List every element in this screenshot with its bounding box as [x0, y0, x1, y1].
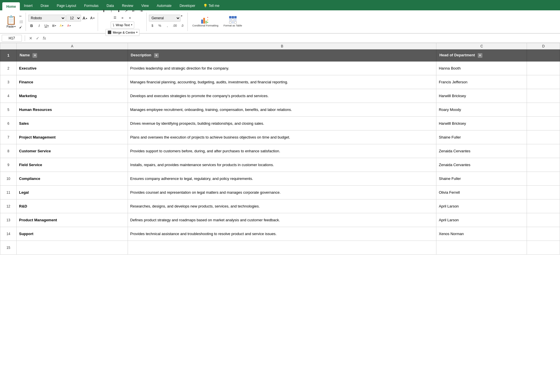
increase-font-button[interactable]: A▲	[82, 15, 89, 21]
wrap-text-button[interactable]: ⤵ Wrap Text ▾	[111, 22, 134, 28]
description-cell[interactable]: Drives revenue by identifying prospects,…	[128, 117, 436, 130]
head-cell[interactable]: April Larson	[436, 199, 527, 213]
formula-cancel-icon[interactable]: ✕	[28, 35, 34, 41]
cell-reference-box[interactable]: H17	[2, 35, 22, 42]
description-cell[interactable]: Researches, designs, and develops new pr…	[128, 199, 436, 213]
align-bottom-button[interactable]: ⬇	[115, 8, 122, 14]
cut-button[interactable]: ✂	[18, 14, 24, 19]
font-color-button[interactable]: A ▾	[66, 22, 72, 29]
name-cell[interactable]: Project Management	[17, 130, 128, 144]
head-cell[interactable]: Hanna Booth	[436, 62, 527, 75]
description-cell[interactable]: Installs, repairs, and provides maintena…	[128, 158, 436, 172]
underline-button[interactable]: U ▾	[43, 22, 50, 29]
head-cell[interactable]: Xenos Norman	[436, 227, 527, 241]
header-name-cell[interactable]: Name ▾	[17, 49, 128, 62]
description-cell[interactable]: Provides technical assistance and troubl…	[128, 227, 436, 241]
hod-filter-arrow[interactable]: ▾	[478, 53, 482, 58]
description-cell[interactable]	[128, 241, 436, 255]
copy-button[interactable]: ⬜	[18, 19, 24, 24]
col-header-C[interactable]: C	[436, 43, 527, 49]
align-center-button[interactable]: ≡	[119, 15, 126, 21]
name-cell[interactable]: Sales	[17, 117, 128, 130]
col-header-D[interactable]: D	[527, 43, 560, 49]
tab-home[interactable]: Home	[2, 2, 20, 10]
header-description-cell[interactable]: Description ▾	[128, 49, 436, 62]
percent-button[interactable]: %	[156, 22, 163, 29]
align-left-button[interactable]: ☰	[112, 15, 118, 21]
head-cell[interactable]: April Larson	[436, 213, 527, 227]
indent-increase-button[interactable]: ⇥	[138, 8, 145, 14]
description-cell[interactable]: Provides leadership and strategic direct…	[128, 62, 436, 75]
tab-developer[interactable]: Developer	[176, 1, 200, 10]
bold-button[interactable]: B	[28, 22, 35, 29]
name-cell[interactable]: Field Service	[17, 158, 128, 172]
italic-button[interactable]: I	[36, 22, 43, 29]
align-top-button[interactable]: ⬆	[100, 8, 107, 14]
tab-draw[interactable]: Draw	[37, 1, 53, 10]
decrease-font-button[interactable]: A▼	[89, 15, 96, 21]
head-cell[interactable]: Olivia Ferrell	[436, 186, 527, 199]
head-cell[interactable]: Harwilll Bricksey	[436, 117, 527, 130]
description-cell[interactable]: Ensures company adherence to legal, regu…	[128, 172, 436, 186]
col-header-B[interactable]: B	[128, 43, 436, 49]
head-cell[interactable]: Shaine Fuller	[436, 172, 527, 186]
name-cell[interactable]: Customer Service	[17, 144, 128, 158]
table-row: 9Field ServiceInstalls, repairs, and pro…	[0, 158, 560, 172]
text-angle-button[interactable]: ↗	[123, 8, 130, 14]
name-cell[interactable]: Support	[17, 227, 128, 241]
col-header-A[interactable]: A	[17, 43, 128, 49]
comma-button[interactable]: ,	[164, 22, 171, 29]
head-cell[interactable]: Shaine Fuller	[436, 130, 527, 144]
name-cell[interactable]: Executive	[17, 62, 128, 75]
accounting-button[interactable]: $	[149, 22, 156, 29]
description-cell[interactable]: Develops and executes strategies to prom…	[128, 89, 436, 103]
head-cell[interactable]: Francis Jefferson	[436, 75, 527, 89]
description-cell[interactable]: Provides support to customers before, du…	[128, 144, 436, 158]
name-cell[interactable]: Legal	[17, 186, 128, 199]
description-filter-arrow[interactable]: ▾	[154, 53, 159, 58]
conditional-formatting-button[interactable]: Conditional Formatting	[190, 14, 221, 30]
description-cell[interactable]: Manages financial planning, accounting, …	[128, 75, 436, 89]
name-filter-arrow[interactable]: ▾	[32, 53, 37, 58]
name-cell[interactable]: Finance	[17, 75, 128, 89]
description-cell[interactable]: Provides counsel and representation on l…	[128, 186, 436, 199]
increase-decimal-button[interactable]: .00	[171, 22, 178, 29]
head-cell[interactable]	[436, 241, 527, 255]
tab-automate[interactable]: Automate	[153, 1, 175, 10]
indent-decrease-button[interactable]: ⇤	[130, 8, 137, 14]
merge-centre-button[interactable]: ⬛ Merge & Centre ▾	[106, 29, 139, 36]
name-cell[interactable]: Compliance	[17, 172, 128, 186]
decrease-decimal-button[interactable]: .0	[179, 22, 186, 29]
fill-color-button[interactable]: A ▾	[58, 22, 65, 29]
description-cell[interactable]: Plans and oversees the execution of proj…	[128, 130, 436, 144]
name-cell[interactable]: Human Resources	[17, 103, 128, 117]
paste-button[interactable]: 📋 Paste ▾	[4, 14, 18, 30]
name-cell[interactable]: Marketing	[17, 89, 128, 103]
name-cell[interactable]	[17, 241, 128, 255]
border-button[interactable]: ⊞ ▾	[51, 22, 57, 29]
tab-insert[interactable]: Insert	[20, 1, 37, 10]
tab-formulas[interactable]: Formulas	[80, 1, 103, 10]
row-num-4: 4	[0, 89, 17, 103]
description-cell[interactable]: Defines product strategy and roadmaps ba…	[128, 213, 436, 227]
number-format-select[interactable]: General	[149, 15, 181, 22]
head-cell[interactable]: Zenaida Cervantes	[436, 158, 527, 172]
align-middle-button[interactable]: ↕	[108, 8, 115, 14]
format-painter-button[interactable]: 🖌	[18, 25, 24, 30]
head-cell[interactable]: Harwilll Bricksey	[436, 89, 527, 103]
align-right-button[interactable]: ≡	[126, 15, 133, 21]
format-as-table-button[interactable]: Format as Table	[221, 14, 244, 30]
formula-fx-icon[interactable]: fx	[42, 35, 47, 41]
name-cell[interactable]: R&D	[17, 199, 128, 213]
header-hod-cell[interactable]: Head of Department ▾	[436, 49, 527, 62]
head-cell[interactable]: Zenaida Cervantes	[436, 144, 527, 158]
formula-confirm-icon[interactable]: ✓	[35, 35, 41, 41]
tab-tell-me[interactable]: 💡 Tell me	[199, 1, 223, 10]
tab-page-layout[interactable]: Page Layout	[53, 1, 80, 10]
description-cell[interactable]: Manages employee recruitment, onboarding…	[128, 103, 436, 117]
font-size-select[interactable]: 12	[66, 15, 81, 22]
head-cell[interactable]: Roary Moody	[436, 103, 527, 117]
formula-input[interactable]	[49, 36, 558, 40]
name-cell[interactable]: Product Management	[17, 213, 128, 227]
font-family-select[interactable]: Roboto	[28, 15, 66, 22]
